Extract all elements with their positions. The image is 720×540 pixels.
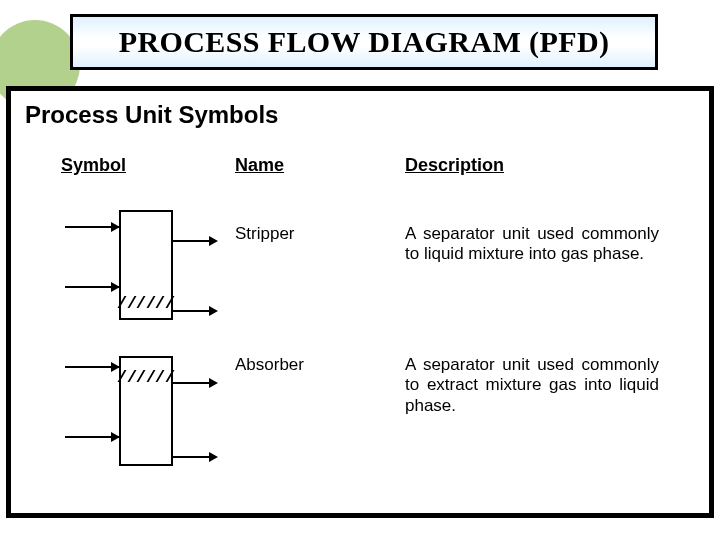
- symbol-table: Symbol Name Description: [25, 155, 695, 416]
- arrow-icon: [65, 226, 119, 228]
- col-header-symbol: Symbol: [25, 155, 225, 176]
- slide-title: PROCESS FLOW DIAGRAM (PFD): [119, 25, 610, 59]
- stripper-symbol: [65, 210, 195, 330]
- absorber-symbol: [65, 356, 195, 476]
- arrow-icon: [173, 240, 209, 242]
- arrow-icon: [173, 456, 209, 458]
- arrow-icon: [173, 310, 209, 312]
- row-description: A separator unit used commonly to extrac…: [405, 265, 695, 416]
- row-name: Absorber: [235, 265, 395, 416]
- row-description: A separator unit used commonly to liquid…: [405, 176, 695, 265]
- symbol-column: [25, 176, 225, 416]
- section-heading: Process Unit Symbols: [25, 101, 695, 129]
- hatch-icon: [121, 370, 171, 382]
- content-panel: Process Unit Symbols Symbol Name Descrip…: [6, 86, 714, 518]
- arrow-icon: [173, 382, 209, 384]
- col-header-description: Description: [405, 155, 695, 176]
- row-name: Stripper: [235, 176, 395, 265]
- arrow-icon: [65, 286, 119, 288]
- arrow-icon: [65, 366, 119, 368]
- col-header-name: Name: [235, 155, 395, 176]
- hatch-icon: [121, 296, 171, 308]
- arrow-icon: [65, 436, 119, 438]
- slide-title-box: PROCESS FLOW DIAGRAM (PFD): [70, 14, 658, 70]
